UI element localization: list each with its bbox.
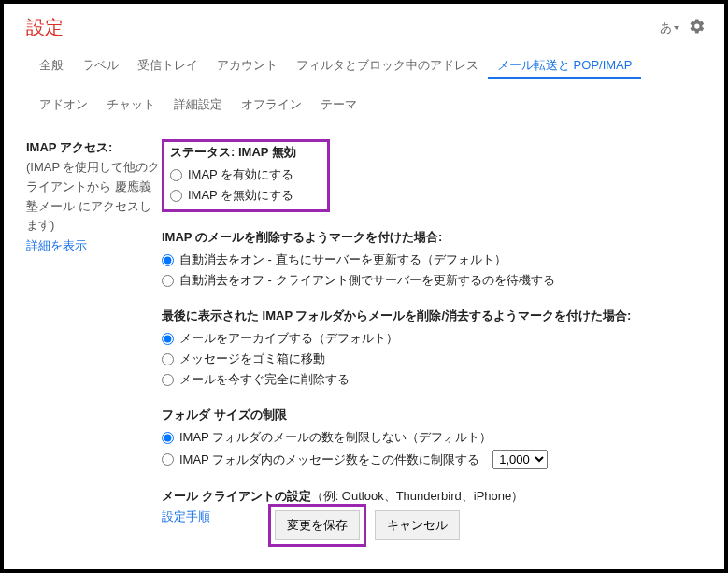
client-example-text: （例: Outlook、Thunderbird、iPhone） (311, 489, 524, 503)
radio-no-limit-label: IMAP フォルダのメールの数を制限しない（デフォルト） (179, 429, 492, 446)
learn-more-link[interactable]: 詳細を表示 (26, 237, 162, 254)
input-method-indicator[interactable]: あ (660, 20, 679, 36)
tab-offline[interactable]: オフライン (232, 91, 311, 119)
radio-limit[interactable] (162, 453, 174, 466)
save-button[interactable]: 変更を保存 (275, 510, 360, 540)
radio-imap-disable[interactable] (170, 190, 182, 202)
radio-auto-expunge-off[interactable] (162, 275, 174, 287)
tab-addons[interactable]: アドオン (30, 91, 97, 119)
radio-imap-enable[interactable] (170, 169, 182, 181)
chevron-down-icon (674, 26, 679, 30)
radio-delete-forever[interactable] (162, 374, 174, 386)
radio-delete-forever-label: メールを今すぐ完全に削除する (179, 371, 350, 388)
radio-archive-label: メールをアーカイブする（デフォルト） (179, 330, 398, 347)
client-settings-title: メール クライアントの設定（例: Outlook、Thunderbird、iPh… (162, 488, 702, 505)
cancel-button[interactable]: キャンセル (375, 510, 460, 540)
tab-advanced[interactable]: 詳細設定 (164, 91, 232, 119)
delete-marked-title: IMAP のメールを削除するようマークを付けた場合: (162, 229, 702, 246)
tabs-row-1: 全般 ラベル 受信トレイ アカウント フィルタとブロック中のアドレス メール転送… (4, 48, 724, 87)
radio-trash[interactable] (162, 353, 174, 365)
gear-icon[interactable] (689, 18, 706, 37)
tab-chat[interactable]: チャット (97, 91, 164, 119)
folder-size-title: フォルダ サイズの制限 (162, 407, 702, 423)
radio-no-limit[interactable] (162, 432, 174, 444)
save-highlight-box: 変更を保存 (268, 504, 366, 547)
imap-access-desc: (IMAP を使用して他のクライアントから 慶應義塾メール にアクセスします) (26, 158, 162, 236)
folder-size-select[interactable]: 1,000 (492, 450, 548, 469)
radio-imap-disable-label: IMAP を無効にする (188, 187, 293, 204)
tabs-row-2: アドオン チャット 詳細設定 オフライン テーマ (4, 87, 724, 130)
last-shown-title: 最後に表示された IMAP フォルダからメールを削除/消去するようマークを付けた… (162, 308, 702, 324)
tab-inbox[interactable]: 受信トレイ (128, 51, 207, 79)
status-highlight-box: ステータス: IMAP 無効 IMAP を有効にする IMAP を無効にする (162, 139, 330, 212)
imap-access-title: IMAP アクセス: (26, 139, 162, 156)
page-title: 設定 (26, 15, 64, 40)
tab-filters[interactable]: フィルタとブロック中のアドレス (287, 51, 488, 79)
radio-archive[interactable] (162, 333, 174, 345)
tab-accounts[interactable]: アカウント (207, 51, 287, 79)
radio-imap-enable-label: IMAP を有効にする (188, 166, 293, 183)
tab-labels[interactable]: ラベル (73, 51, 128, 79)
radio-auto-expunge-on-label: 自動消去をオン - 直ちにサーバーを更新する（デフォルト） (179, 251, 507, 268)
radio-trash-label: メッセージをゴミ箱に移動 (179, 351, 325, 367)
status-title: ステータス: IMAP 無効 (170, 144, 321, 161)
radio-limit-label: IMAP フォルダ内のメッセージ数をこの件数に制限する (179, 451, 479, 468)
radio-auto-expunge-on[interactable] (162, 254, 174, 266)
tab-general[interactable]: 全般 (30, 51, 73, 79)
tab-forwarding-pop-imap[interactable]: メール転送と POP/IMAP (488, 51, 641, 79)
tab-themes[interactable]: テーマ (311, 91, 366, 119)
radio-auto-expunge-off-label: 自動消去をオフ - クライアント側でサーバーを更新するのを待機する (179, 272, 555, 289)
